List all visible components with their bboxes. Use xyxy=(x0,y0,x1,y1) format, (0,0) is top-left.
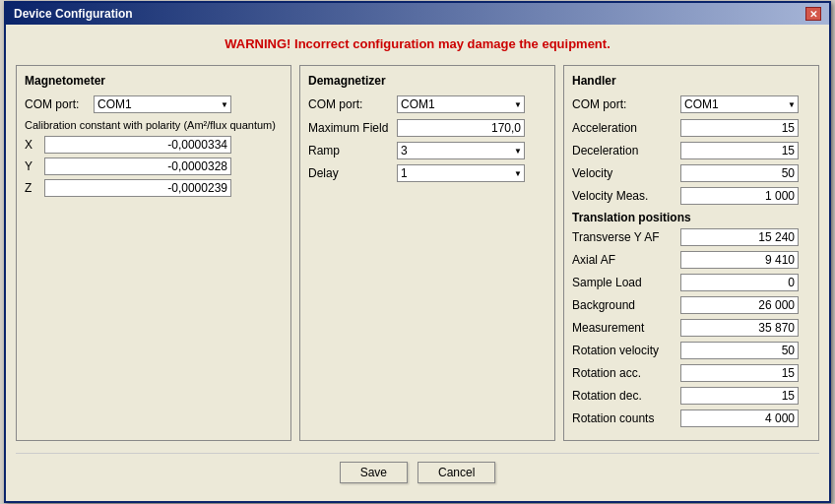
demag-maxfield-row: Maximum Field xyxy=(308,119,546,137)
mag-com-select-wrapper: COM1 xyxy=(94,95,231,113)
close-button[interactable]: ✕ xyxy=(805,7,821,21)
handler-velmeas-row: Velocity Meas. xyxy=(572,187,810,205)
handler-rotcounts-row: Rotation counts xyxy=(572,410,810,427)
mag-z-label: Z xyxy=(25,181,44,195)
handler-rotacc-row: Rotation acc. xyxy=(572,364,810,382)
handler-background-input[interactable] xyxy=(680,296,799,314)
mag-x-label: X xyxy=(25,138,44,152)
mag-com-label: COM port: xyxy=(25,97,94,111)
calibration-label: Calibration constant with polarity (Am²/… xyxy=(25,119,283,131)
handler-decel-input[interactable] xyxy=(680,142,799,159)
save-button[interactable]: Save xyxy=(340,462,408,483)
demag-delay-select[interactable]: 1 xyxy=(397,164,525,182)
mag-x-row: X xyxy=(25,136,283,154)
demag-delay-select-wrapper: 1 xyxy=(397,164,525,182)
handler-rotacc-input[interactable] xyxy=(680,364,799,382)
panels-row: Magnetometer COM port: COM1 Calibration … xyxy=(16,65,819,441)
dialog-title: Device Configuration xyxy=(14,7,133,21)
demag-ramp-select-wrapper: 3 xyxy=(397,142,525,159)
handler-velmeas-input[interactable] xyxy=(680,187,799,205)
demag-delay-label: Delay xyxy=(308,166,397,180)
handler-decel-label: Deceleration xyxy=(572,144,680,158)
handler-title: Handler xyxy=(572,74,810,88)
demagnetizer-panel: Demagnetizer COM port: COM1 Maximum Fiel… xyxy=(299,65,555,441)
handler-accel-input[interactable] xyxy=(680,119,799,137)
title-bar: Device Configuration ✕ xyxy=(6,3,829,25)
mag-com-select[interactable]: COM1 xyxy=(94,95,231,113)
handler-decel-row: Deceleration xyxy=(572,142,810,159)
device-config-dialog: Device Configuration ✕ WARNING! Incorrec… xyxy=(4,1,831,503)
demag-maxfield-label: Maximum Field xyxy=(308,121,397,135)
demag-ramp-select[interactable]: 3 xyxy=(397,142,525,159)
handler-accel-row: Acceleration xyxy=(572,119,810,137)
mag-y-input[interactable] xyxy=(44,158,231,175)
handler-com-row: COM port: COM1 xyxy=(572,95,810,113)
demag-maxfield-input[interactable] xyxy=(397,119,525,137)
handler-rotcounts-label: Rotation counts xyxy=(572,411,680,425)
handler-panel: Handler COM port: COM1 Acceleration Dece… xyxy=(563,65,819,441)
mag-x-input[interactable] xyxy=(44,136,231,154)
handler-rotacc-label: Rotation acc. xyxy=(572,366,680,380)
demag-com-row: COM port: COM1 xyxy=(308,95,546,113)
handler-background-row: Background xyxy=(572,296,810,314)
handler-sampleload-input[interactable] xyxy=(680,274,799,291)
handler-com-select-wrapper: COM1 xyxy=(680,95,799,113)
handler-rotvelo-label: Rotation velocity xyxy=(572,344,680,357)
demag-com-label: COM port: xyxy=(308,97,397,111)
mag-z-row: Z xyxy=(25,179,283,197)
handler-velocity-row: Velocity xyxy=(572,164,810,182)
demag-ramp-row: Ramp 3 xyxy=(308,142,546,159)
handler-axialaf-row: Axial AF xyxy=(572,251,810,269)
handler-com-label: COM port: xyxy=(572,97,680,111)
handler-rotcounts-input[interactable] xyxy=(680,410,799,427)
handler-velmeas-label: Velocity Meas. xyxy=(572,189,680,203)
buttons-row: Save Cancel xyxy=(16,453,819,491)
translation-section-title: Translation positions xyxy=(572,211,810,224)
mag-z-input[interactable] xyxy=(44,179,231,197)
mag-y-row: Y xyxy=(25,158,283,175)
handler-rotdec-input[interactable] xyxy=(680,387,799,405)
handler-rotvelo-row: Rotation velocity xyxy=(572,342,810,359)
handler-rotvelo-input[interactable] xyxy=(680,342,799,359)
demag-com-select[interactable]: COM1 xyxy=(397,95,525,113)
handler-sampleload-row: Sample Load xyxy=(572,274,810,291)
handler-measurement-input[interactable] xyxy=(680,319,799,337)
handler-transverse-label: Transverse Y AF xyxy=(572,230,680,244)
handler-measurement-label: Measurement xyxy=(572,321,680,335)
handler-axialaf-input[interactable] xyxy=(680,251,799,269)
handler-sampleload-label: Sample Load xyxy=(572,276,680,289)
magnetometer-panel: Magnetometer COM port: COM1 Calibration … xyxy=(16,65,291,441)
mag-y-label: Y xyxy=(25,159,44,173)
handler-com-select[interactable]: COM1 xyxy=(680,95,799,113)
warning-text: WARNING! Incorrect configuration may dam… xyxy=(16,32,819,55)
handler-measurement-row: Measurement xyxy=(572,319,810,337)
handler-accel-label: Acceleration xyxy=(572,121,680,135)
handler-transverse-row: Transverse Y AF xyxy=(572,228,810,246)
dialog-body: WARNING! Incorrect configuration may dam… xyxy=(6,25,829,501)
demagnetizer-title: Demagnetizer xyxy=(308,74,546,88)
handler-rotdec-row: Rotation dec. xyxy=(572,387,810,405)
handler-transverse-input[interactable] xyxy=(680,228,799,246)
demag-delay-row: Delay 1 xyxy=(308,164,546,182)
demag-com-select-wrapper: COM1 xyxy=(397,95,525,113)
handler-background-label: Background xyxy=(572,298,680,312)
demag-ramp-label: Ramp xyxy=(308,144,397,158)
cancel-button[interactable]: Cancel xyxy=(418,462,495,483)
magnetometer-title: Magnetometer xyxy=(25,74,283,88)
handler-axialaf-label: Axial AF xyxy=(572,253,680,267)
handler-velocity-input[interactable] xyxy=(680,164,799,182)
mag-com-row: COM port: COM1 xyxy=(25,95,283,113)
handler-rotdec-label: Rotation dec. xyxy=(572,389,680,403)
handler-velocity-label: Velocity xyxy=(572,166,680,180)
